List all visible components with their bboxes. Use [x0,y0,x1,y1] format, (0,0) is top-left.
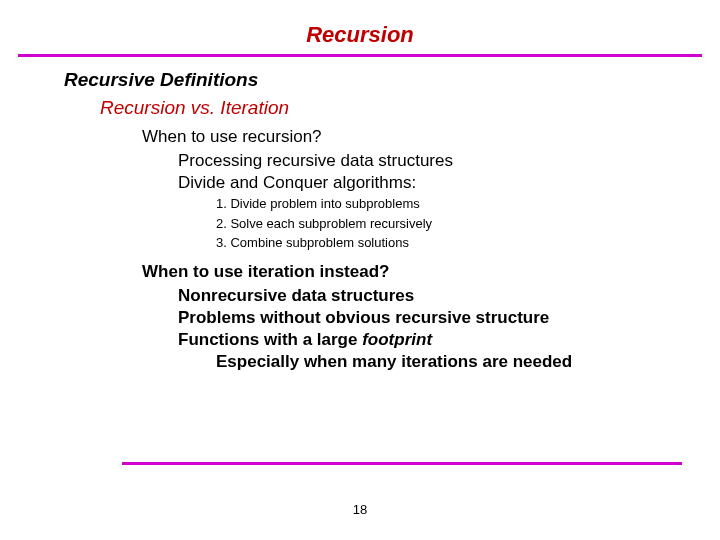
slide-title: Recursion [0,0,720,54]
block1-item: Processing recursive data structures [178,151,720,171]
subsection-heading: Recursion vs. Iteration [100,97,720,119]
block2-item: Nonrecursive data structures [178,286,720,306]
block1-step: 1. Divide problem into subproblems [216,195,720,213]
page-number: 18 [0,502,720,517]
title-underline [18,54,702,57]
block1-heading: When to use recursion? [142,127,720,147]
block1-step: 3. Combine subproblem solutions [216,234,720,252]
block2-subnote: Especially when many iterations are need… [216,352,720,372]
bottom-rule [122,462,682,465]
block2-footprint-line: Functions with a large footprint [178,330,720,350]
section-heading: Recursive Definitions [64,69,720,91]
slide: Recursion Recursive Definitions Recursio… [0,0,720,540]
block2-heading: When to use iteration instead? [142,262,720,282]
footprint-prefix: Functions with a large [178,330,362,349]
block1-step: 2. Solve each subproblem recursively [216,215,720,233]
block2-item: Problems without obvious recursive struc… [178,308,720,328]
block1-item: Divide and Conquer algorithms: [178,173,720,193]
footprint-word: footprint [362,330,432,349]
